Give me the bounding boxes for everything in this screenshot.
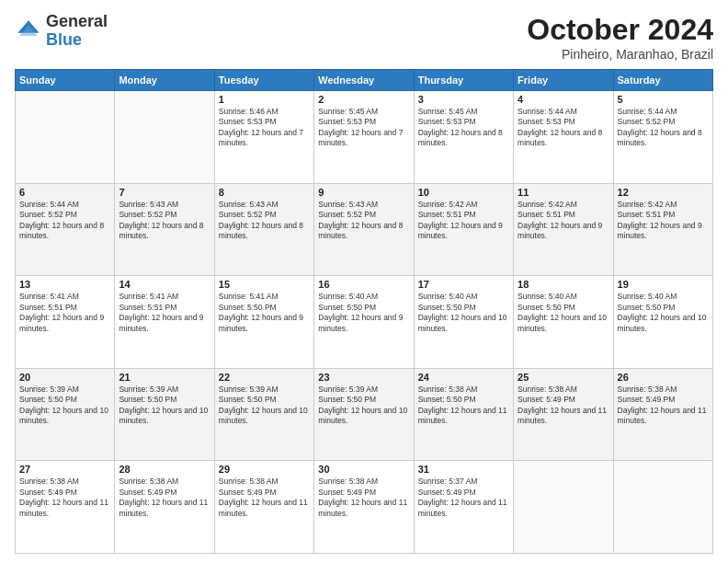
day-info: Sunrise: 5:38 AMSunset: 5:49 PMDaylight:… (318, 477, 409, 519)
calendar-cell (613, 461, 712, 554)
day-number: 24 (418, 372, 509, 383)
calendar-cell: 22Sunrise: 5:39 AMSunset: 5:50 PMDayligh… (214, 368, 313, 461)
day-info: Sunrise: 5:42 AMSunset: 5:51 PMDaylight:… (518, 200, 609, 242)
day-info: Sunrise: 5:38 AMSunset: 5:50 PMDaylight:… (418, 385, 509, 427)
calendar-cell: 23Sunrise: 5:39 AMSunset: 5:50 PMDayligh… (314, 368, 414, 461)
calendar-cell: 24Sunrise: 5:38 AMSunset: 5:50 PMDayligh… (414, 368, 513, 461)
day-info: Sunrise: 5:41 AMSunset: 5:50 PMDaylight:… (219, 292, 310, 334)
calendar-cell: 14Sunrise: 5:41 AMSunset: 5:51 PMDayligh… (115, 276, 214, 369)
calendar-cell: 7Sunrise: 5:43 AMSunset: 5:52 PMDaylight… (115, 183, 214, 276)
day-number: 17 (418, 279, 509, 290)
day-number: 25 (518, 372, 609, 383)
day-info: Sunrise: 5:40 AMSunset: 5:50 PMDaylight:… (518, 292, 609, 334)
day-info: Sunrise: 5:43 AMSunset: 5:52 PMDaylight:… (219, 200, 310, 242)
day-info: Sunrise: 5:44 AMSunset: 5:52 PMDaylight:… (19, 200, 110, 242)
logo-text: General Blue (46, 13, 108, 50)
calendar-table: SundayMondayTuesdayWednesdayThursdayFrid… (15, 69, 713, 554)
day-info: Sunrise: 5:39 AMSunset: 5:50 PMDaylight:… (119, 385, 210, 427)
calendar-cell: 6Sunrise: 5:44 AMSunset: 5:52 PMDaylight… (16, 183, 115, 276)
week-row-5: 27Sunrise: 5:38 AMSunset: 5:49 PMDayligh… (16, 461, 713, 554)
day-info: Sunrise: 5:41 AMSunset: 5:51 PMDaylight:… (19, 292, 110, 334)
day-number: 9 (318, 187, 409, 198)
day-info: Sunrise: 5:38 AMSunset: 5:49 PMDaylight:… (219, 477, 310, 519)
day-number: 5 (618, 94, 709, 105)
day-number: 1 (219, 94, 310, 105)
day-info: Sunrise: 5:42 AMSunset: 5:51 PMDaylight:… (618, 200, 709, 242)
calendar-cell (514, 461, 613, 554)
calendar-cell: 29Sunrise: 5:38 AMSunset: 5:49 PMDayligh… (214, 461, 313, 554)
calendar-cell: 13Sunrise: 5:41 AMSunset: 5:51 PMDayligh… (16, 276, 115, 369)
day-number: 30 (318, 464, 409, 475)
day-number: 3 (418, 94, 509, 105)
calendar-cell: 4Sunrise: 5:44 AMSunset: 5:53 PMDaylight… (514, 91, 613, 184)
calendar-cell: 26Sunrise: 5:38 AMSunset: 5:49 PMDayligh… (613, 368, 712, 461)
logo-blue: Blue (46, 30, 82, 49)
calendar-cell: 3Sunrise: 5:45 AMSunset: 5:53 PMDaylight… (414, 91, 513, 184)
logo: General Blue (15, 13, 108, 50)
day-number: 26 (618, 372, 709, 383)
day-info: Sunrise: 5:45 AMSunset: 5:53 PMDaylight:… (418, 107, 509, 149)
calendar-cell: 17Sunrise: 5:40 AMSunset: 5:50 PMDayligh… (414, 276, 513, 369)
day-number: 31 (418, 464, 509, 475)
day-number: 12 (618, 187, 709, 198)
calendar-cell (115, 91, 214, 184)
day-info: Sunrise: 5:39 AMSunset: 5:50 PMDaylight:… (318, 385, 409, 427)
col-header-sunday: Sunday (16, 70, 115, 91)
col-header-monday: Monday (115, 70, 214, 91)
calendar-cell: 21Sunrise: 5:39 AMSunset: 5:50 PMDayligh… (115, 368, 214, 461)
day-info: Sunrise: 5:42 AMSunset: 5:51 PMDaylight:… (418, 200, 509, 242)
day-info: Sunrise: 5:44 AMSunset: 5:53 PMDaylight:… (518, 107, 609, 149)
day-number: 22 (219, 372, 310, 383)
calendar-cell: 25Sunrise: 5:38 AMSunset: 5:49 PMDayligh… (514, 368, 613, 461)
calendar-cell: 18Sunrise: 5:40 AMSunset: 5:50 PMDayligh… (514, 276, 613, 369)
calendar-cell: 11Sunrise: 5:42 AMSunset: 5:51 PMDayligh… (514, 183, 613, 276)
calendar-cell: 31Sunrise: 5:37 AMSunset: 5:49 PMDayligh… (414, 461, 513, 554)
week-row-1: 1Sunrise: 5:46 AMSunset: 5:53 PMDaylight… (16, 91, 713, 184)
location: Pinheiro, Maranhao, Brazil (527, 47, 713, 62)
day-info: Sunrise: 5:44 AMSunset: 5:52 PMDaylight:… (618, 107, 709, 149)
calendar-cell: 15Sunrise: 5:41 AMSunset: 5:50 PMDayligh… (214, 276, 313, 369)
day-info: Sunrise: 5:37 AMSunset: 5:49 PMDaylight:… (418, 477, 509, 519)
day-info: Sunrise: 5:43 AMSunset: 5:52 PMDaylight:… (119, 200, 210, 242)
day-info: Sunrise: 5:43 AMSunset: 5:52 PMDaylight:… (318, 200, 409, 242)
calendar-cell: 16Sunrise: 5:40 AMSunset: 5:50 PMDayligh… (314, 276, 414, 369)
day-info: Sunrise: 5:46 AMSunset: 5:53 PMDaylight:… (219, 107, 310, 149)
day-number: 11 (518, 187, 609, 198)
day-number: 23 (318, 372, 409, 383)
day-number: 14 (119, 279, 210, 290)
day-number: 13 (19, 279, 110, 290)
day-number: 4 (518, 94, 609, 105)
day-info: Sunrise: 5:38 AMSunset: 5:49 PMDaylight:… (19, 477, 110, 519)
day-number: 16 (318, 279, 409, 290)
page: General Blue October 2024 Pinheiro, Mara… (0, 0, 728, 563)
day-number: 20 (19, 372, 110, 383)
col-header-saturday: Saturday (613, 70, 712, 91)
calendar-cell: 2Sunrise: 5:45 AMSunset: 5:53 PMDaylight… (314, 91, 414, 184)
calendar-cell: 27Sunrise: 5:38 AMSunset: 5:49 PMDayligh… (16, 461, 115, 554)
day-info: Sunrise: 5:38 AMSunset: 5:49 PMDaylight:… (518, 385, 609, 427)
title-block: October 2024 Pinheiro, Maranhao, Brazil (527, 13, 713, 62)
calendar-cell: 30Sunrise: 5:38 AMSunset: 5:49 PMDayligh… (314, 461, 414, 554)
calendar-cell: 28Sunrise: 5:38 AMSunset: 5:49 PMDayligh… (115, 461, 214, 554)
day-info: Sunrise: 5:41 AMSunset: 5:51 PMDaylight:… (119, 292, 210, 334)
calendar-cell: 1Sunrise: 5:46 AMSunset: 5:53 PMDaylight… (214, 91, 313, 184)
day-number: 8 (219, 187, 310, 198)
day-number: 15 (219, 279, 310, 290)
col-header-tuesday: Tuesday (214, 70, 313, 91)
day-info: Sunrise: 5:45 AMSunset: 5:53 PMDaylight:… (318, 107, 409, 149)
day-number: 28 (119, 464, 210, 475)
month-year: October 2024 (527, 13, 713, 47)
day-number: 18 (518, 279, 609, 290)
day-info: Sunrise: 5:40 AMSunset: 5:50 PMDaylight:… (418, 292, 509, 334)
day-number: 2 (318, 94, 409, 105)
calendar-cell: 20Sunrise: 5:39 AMSunset: 5:50 PMDayligh… (16, 368, 115, 461)
day-info: Sunrise: 5:38 AMSunset: 5:49 PMDaylight:… (618, 385, 709, 427)
day-info: Sunrise: 5:39 AMSunset: 5:50 PMDaylight:… (19, 385, 110, 427)
col-header-friday: Friday (514, 70, 613, 91)
header-row: SundayMondayTuesdayWednesdayThursdayFrid… (16, 70, 713, 91)
day-number: 6 (19, 187, 110, 198)
day-info: Sunrise: 5:40 AMSunset: 5:50 PMDaylight:… (618, 292, 709, 334)
calendar-cell: 12Sunrise: 5:42 AMSunset: 5:51 PMDayligh… (613, 183, 712, 276)
day-number: 21 (119, 372, 210, 383)
calendar-cell: 5Sunrise: 5:44 AMSunset: 5:52 PMDaylight… (613, 91, 712, 184)
